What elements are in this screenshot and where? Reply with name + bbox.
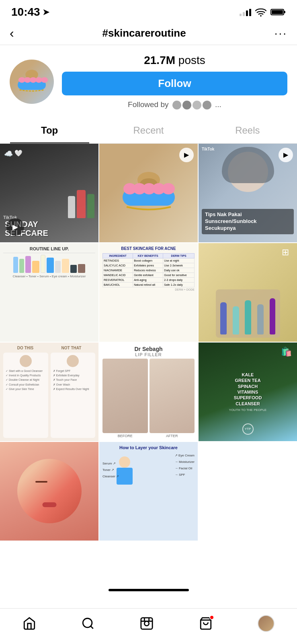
grid-item-6[interactable]: ⊞ (199, 243, 297, 342)
routine-labels: Cleanser • Toner • Serum • Eye cream • M… (3, 275, 95, 278)
ingredient-1: RETINOIDS (103, 258, 133, 263)
search-icon (81, 617, 95, 630)
brand-logo-text: YTP (245, 427, 251, 431)
th-ingredient: INGREDIENT (103, 253, 133, 258)
signal-bar-4 (249, 9, 251, 16)
do-this-header: DO THIS NOT THAT (3, 346, 95, 350)
ingredient-6: BAKUCHIOL (103, 282, 133, 287)
nav-shop[interactable] (199, 617, 213, 630)
lips (42, 502, 56, 507)
avatar-image (14, 68, 50, 96)
tip-4: Good for sensitive (163, 272, 195, 277)
mini-avatar-3 (193, 101, 201, 109)
tab-top[interactable]: Top (0, 118, 99, 143)
benefit-6: Natural retinol alt (133, 282, 163, 287)
multi-icon-6: ⊞ (282, 247, 293, 258)
play-center-icon-1: ▶ (6, 218, 24, 236)
shop-notification-dot (209, 615, 214, 620)
time-display: 10:43 (11, 6, 40, 19)
dr-name: Dr Sebagh (102, 346, 195, 352)
prod-6 (47, 258, 54, 273)
item-10-content (0, 442, 98, 541)
benefit-5: Anti-aging (133, 277, 163, 282)
status-icons (240, 8, 286, 17)
grid-item-1[interactable]: TikTok SUNDAYSELFCARE ☁️ 🤍 ▶ (0, 144, 98, 242)
label-facial-oil: → Facial Oil (175, 465, 195, 472)
tool-svg (119, 169, 179, 217)
hashtag-avatar (10, 60, 54, 104)
not-circle (67, 355, 79, 367)
follow-button[interactable]: Follow (62, 72, 287, 95)
tab-reels[interactable]: Reels (198, 118, 297, 143)
do-not-columns: ✓ Start with a Good Cleanser ✓ Invest in… (3, 353, 95, 438)
not-that-label: NOT THAT (61, 346, 82, 350)
grid-item-10[interactable] (0, 442, 98, 541)
nav-search[interactable] (81, 617, 95, 630)
dr-title-block: Dr Sebagh LIP FILLER (102, 346, 195, 357)
grid-item-7[interactable]: DO THIS NOT THAT ✓ Start with a Good Cle… (0, 343, 98, 441)
wifi-icon (255, 8, 266, 17)
back-button[interactable]: ‹ (10, 26, 14, 41)
reels-icon (140, 617, 154, 630)
home-indicator-area (0, 586, 297, 593)
th-tips: DERM TIPS (163, 253, 195, 258)
bottle-d (257, 304, 264, 334)
signal-bar-1 (240, 14, 242, 16)
brand-name: YOUTH TO THE PEOPLE (229, 408, 266, 412)
item-3-text: Tips Nak PakaiSunscreen/SunblockSecukupn… (205, 211, 291, 232)
nav-home[interactable] (23, 617, 36, 630)
product-row-1 (13, 255, 45, 273)
before-after-container: BEFORE AFTER (102, 359, 195, 438)
routine-title: ROUTINE LINE UP. (3, 246, 95, 253)
grid-item-4[interactable]: ROUTINE LINE UP. (0, 243, 98, 342)
svg-point-22 (145, 621, 149, 625)
item-11-content: How to Layer your Skincare ↗ Eye Cream →… (99, 442, 198, 541)
grid-item-8[interactable]: Dr Sebagh LIP FILLER BEFORE AFTER (99, 343, 198, 441)
person-head (119, 456, 130, 468)
item-1-icons: ☁️ 🤍 (4, 149, 23, 158)
nav-reels[interactable] (140, 617, 154, 630)
routine-products (3, 255, 95, 273)
eye-closed (35, 481, 47, 483)
mini-avatar-4 (203, 101, 211, 109)
grid-item-11[interactable]: How to Layer your Skincare ↗ Eye Cream →… (99, 442, 198, 541)
ingredient-2: SALICYLIC ACID (103, 263, 133, 268)
benefit-3: Reduces redness (133, 268, 163, 272)
layer-labels-right: ↗ Eye Cream → Moisturizer → Facial Oil →… (175, 452, 195, 478)
shop-icon-9: 🛍️ (281, 347, 293, 359)
play-icon-2: ▶ (179, 148, 194, 162)
benefit-4: Gentle exfoliant (133, 272, 163, 277)
nav-bar: ‹ #skincareroutine ··· (0, 22, 297, 45)
nav-profile[interactable] (258, 615, 274, 632)
status-time: 10:43 ➤ (11, 6, 49, 19)
bottle-1 (68, 196, 75, 218)
play-icon-3: ▶ (279, 148, 293, 162)
bottle-e (270, 298, 275, 334)
grid-item-3[interactable]: TikTok Tips Nak PakaiSunscreen/SunblockS… (199, 144, 297, 242)
label-moisturizer: → Moisturizer (175, 459, 195, 465)
tab-recent[interactable]: Recent (99, 118, 198, 143)
bottle-silhouettes (68, 190, 94, 218)
signal-bars (240, 8, 251, 16)
prod-8 (62, 259, 69, 273)
location-icon: ➤ (43, 7, 49, 17)
label-toner: Toner ↗ (102, 467, 119, 473)
more-button[interactable]: ··· (274, 27, 287, 40)
item-5-content: BEST SKINCARE FOR ACNE INGREDIENT KEY BE… (99, 243, 198, 342)
acne-table: INGREDIENT KEY BENEFITS DERM TIPS RETINO… (102, 253, 195, 287)
bottle-2 (77, 190, 86, 218)
prod-2 (19, 259, 24, 273)
acne-title: BEST SKINCARE FOR ACNE (102, 246, 195, 251)
grid-item-9[interactable]: KALEGREEN TEASPINACHVITAMINSSUPERFOODCLE… (199, 343, 297, 441)
prod-5 (41, 255, 45, 273)
hashtag-info: 21.7M posts Follow Followed by ... (62, 54, 287, 109)
th-benefits: KEY BENEFITS (133, 253, 163, 258)
layer-title: How to Layer your Skincare (102, 445, 195, 450)
svg-point-19 (83, 618, 92, 627)
label-eye-cream: ↗ Eye Cream (175, 452, 195, 459)
derm-dode-credit: DERM + DODE (102, 288, 195, 291)
item-3-text-box: Tips Nak PakaiSunscreen/SunblockSecukupn… (202, 209, 294, 234)
grid-item-2[interactable]: ▶ (99, 144, 198, 242)
grid-item-5[interactable]: BEST SKINCARE FOR ACNE INGREDIENT KEY BE… (99, 243, 198, 342)
svg-rect-3 (284, 11, 285, 13)
